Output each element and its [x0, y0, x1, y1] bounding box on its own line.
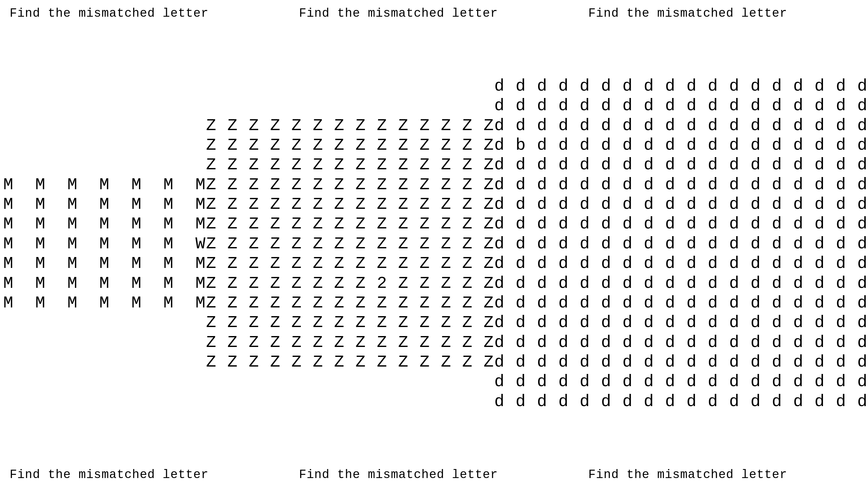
puzzle-1-grid: M M M M M M M M M M M M M M M M M M M M … — [3, 175, 206, 313]
puzzle-3-container: d d d d d d d d d d d d d d d d d d d d … — [494, 76, 868, 412]
bottom-label-3: Find the mismatched letter — [579, 468, 868, 482]
puzzle-2-container: Z Z Z Z Z Z Z Z Z Z Z Z Z Z Z Z Z Z Z Z … — [206, 116, 494, 372]
bottom-labels-row: Find the mismatched letter Find the mism… — [0, 464, 868, 488]
puzzles-row: M M M M M M M M M M M M M M M M M M M M … — [0, 24, 868, 464]
page: Find the mismatched letter Find the mism… — [0, 0, 868, 488]
top-labels-row: Find the mismatched letter Find the mism… — [0, 0, 868, 24]
top-label-2: Find the mismatched letter — [289, 6, 579, 20]
top-label-1: Find the mismatched letter — [0, 6, 289, 20]
puzzle-1-container: M M M M M M M M M M M M M M M M M M M M … — [3, 175, 206, 313]
bottom-label-1: Find the mismatched letter — [0, 468, 289, 482]
puzzle-2-grid: Z Z Z Z Z Z Z Z Z Z Z Z Z Z Z Z Z Z Z Z … — [206, 116, 494, 372]
bottom-label-2: Find the mismatched letter — [289, 468, 579, 482]
puzzle-3-grid: d d d d d d d d d d d d d d d d d d d d … — [494, 76, 868, 412]
top-label-3: Find the mismatched letter — [579, 6, 868, 20]
